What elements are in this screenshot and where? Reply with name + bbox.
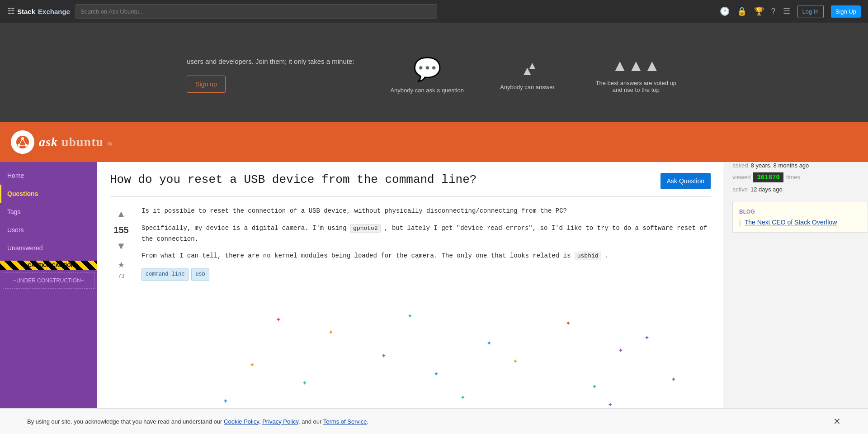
question-text-body: Is it possible to reset the connection o…: [142, 206, 711, 281]
vote-count: 155: [113, 225, 128, 235]
code-gphoto2: gphoto2: [350, 224, 381, 233]
question-title: How do you reset a USB device from the c…: [110, 173, 651, 186]
review-icon[interactable]: ☰: [783, 6, 790, 16]
vote-section: ▲ 155 ▼ ★ 73: [110, 206, 132, 281]
cookie-close-button[interactable]: ✕: [833, 416, 841, 427]
hero-feature-vote: ▲▲▲ The best answers are voted up and ri…: [591, 56, 681, 93]
ask-question-icon: 💬: [413, 56, 441, 82]
nav-icons: 🕐 🔒 🏆 ? ☰ Log In Sign Up: [720, 5, 861, 18]
sidebar: Home Questions Tags Users Unanswered N C…: [0, 162, 97, 434]
question-paragraph-1: Is it possible to reset the connection o…: [142, 206, 711, 217]
asked-label: asked: [732, 162, 748, 169]
meta-box: asked 8 years, 8 months ago viewed 36187…: [732, 162, 868, 193]
blog-box: BLOG The Next CEO of Stack Overflow: [732, 202, 868, 233]
active-label: active: [732, 186, 748, 193]
views-count: 361870: [753, 172, 783, 182]
blog-title: The Next CEO of Stack Overflow: [745, 219, 837, 226]
caution-stripe: N CAUTION CAUTION: [0, 261, 97, 270]
meta-active-row: active 12 days ago: [732, 186, 868, 193]
construction-label: ~UNDER CONSTRUCTION~: [3, 272, 94, 289]
hero-feature-ask-label: Anybody can ask a question: [390, 87, 464, 94]
logo-stack: Stack: [17, 8, 35, 15]
site-logo[interactable]: ☷ StackExchange: [7, 6, 70, 16]
tags-row: command-line usb: [142, 268, 711, 281]
answer-icon: ▲ ▲: [521, 59, 534, 79]
hero-text: users and developers. Join them; it only…: [187, 57, 354, 93]
vote-up-button[interactable]: ▲: [113, 206, 129, 222]
question-paragraph-3: From what I can tell, there are no kerne…: [142, 251, 711, 262]
logo-circle: [11, 130, 34, 154]
history-icon[interactable]: 🕐: [720, 6, 730, 16]
privacy-policy-link[interactable]: Privacy Policy: [262, 418, 298, 425]
hero-feature-answer: ▲ ▲ Anybody can answer: [500, 59, 555, 91]
views-times: times: [786, 174, 800, 181]
meta-viewed-row: viewed 361870 times: [732, 172, 868, 182]
search-bar[interactable]: [75, 4, 437, 19]
blog-label: BLOG: [739, 209, 861, 215]
inbox-icon[interactable]: 🔒: [737, 6, 747, 16]
hero-description: users and developers. Join them; it only…: [187, 57, 354, 67]
vote-icon: ▲▲▲: [612, 56, 660, 75]
bookmark-icon[interactable]: ★: [118, 260, 125, 270]
hero-feature-ask: 💬 Anybody can ask a question: [390, 56, 464, 94]
hero-signup-button[interactable]: Sign up: [187, 76, 225, 93]
achievements-icon[interactable]: 🏆: [754, 6, 764, 16]
cookie-policy-link[interactable]: Cookie Policy: [224, 418, 259, 425]
active-value: 12 days ago: [750, 186, 783, 193]
terms-link[interactable]: Terms of Service: [323, 418, 367, 425]
hero-feature-answer-label: Anybody can answer: [500, 84, 555, 91]
signup-button[interactable]: Sign Up: [831, 5, 861, 18]
vote-down-button[interactable]: ▼: [113, 238, 129, 254]
help-icon[interactable]: ?: [771, 7, 776, 16]
viewed-label: viewed: [732, 174, 750, 181]
sidebar-item-home[interactable]: Home: [0, 167, 97, 185]
site-name: ask ubuntu ®: [39, 135, 113, 149]
tag-command-line[interactable]: command-line: [142, 268, 189, 281]
sidebar-item-questions[interactable]: Questions: [0, 185, 97, 203]
sidebar-item-tags[interactable]: Tags: [0, 203, 97, 221]
grid-icon: ☷: [7, 6, 14, 16]
tag-usb[interactable]: usb: [191, 268, 209, 281]
cookie-text: By using our site, you acknowledge that …: [27, 418, 368, 425]
meta-sidebar: asked 8 years, 8 months ago viewed 36187…: [723, 162, 868, 434]
bookmark-count: 73: [118, 272, 124, 279]
blog-link[interactable]: The Next CEO of Stack Overflow: [739, 219, 861, 226]
sidebar-item-unanswered[interactable]: Unanswered: [0, 239, 97, 257]
ask-question-button[interactable]: Ask Question: [660, 173, 711, 189]
page-layout: Home Questions Tags Users Unanswered N C…: [0, 162, 868, 434]
logo-exchange: Exchange: [38, 8, 70, 15]
cookie-banner: By using our site, you acknowledge that …: [0, 408, 868, 434]
hero-banner: users and developers. Join them; it only…: [0, 23, 868, 122]
hero-feature-vote-label: The best answers are voted up and rise t…: [591, 80, 681, 93]
sidebar-item-users[interactable]: Users: [0, 221, 97, 239]
code-usbhid: usbhid: [575, 252, 601, 260]
question-paragraph-2: Specifically, my device is a digital cam…: [142, 223, 711, 245]
ubuntu-icon: [15, 134, 30, 150]
search-input[interactable]: [80, 8, 432, 15]
question-body: ▲ 155 ▼ ★ 73 Is it possible to reset the…: [110, 206, 711, 281]
question-header: How do you reset a USB device from the c…: [110, 173, 711, 197]
site-header: ask ubuntu ®: [0, 122, 868, 162]
top-navigation: ☷ StackExchange 🕐 🔒 🏆 ? ☰ Log In Sign Up: [0, 0, 868, 23]
content-area: How do you reset a USB device from the c…: [97, 162, 868, 434]
meta-asked-row: asked 8 years, 8 months ago: [732, 162, 868, 169]
main-content: How do you reset a USB device from the c…: [97, 162, 723, 434]
askubuntu-logo[interactable]: ask ubuntu ®: [11, 130, 113, 154]
login-button[interactable]: Log In: [797, 5, 824, 18]
asked-value: 8 years, 8 months ago: [751, 162, 809, 169]
